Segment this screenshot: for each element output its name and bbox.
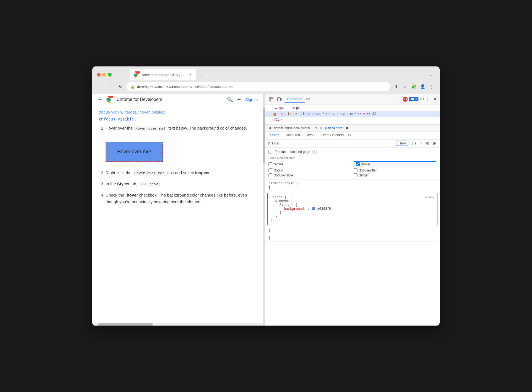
dom-expand-icon[interactable]: ▶ [275, 106, 277, 111]
hover-code-2: Hover over me! [133, 171, 166, 176]
bookmark-button[interactable]: ☆ [401, 83, 409, 90]
scroll-indicator [263, 108, 265, 163]
state-active: :active [268, 161, 351, 167]
emulate-focused-page-label: Emulate a focused page [275, 150, 310, 154]
dom-end-tag: </p> [357, 112, 365, 117]
hov-badge[interactable]: :hov [396, 141, 408, 146]
cls-button[interactable]: .cls [410, 141, 418, 146]
focus-visible-code: focus-visible [104, 117, 134, 122]
tab-elements[interactable]: Elements [284, 96, 305, 103]
breadcrumb-bar: ◀ devsite-article-body.clearfix. ol li p… [265, 125, 440, 131]
extra-close-2: } [265, 234, 440, 242]
device-toolbar-button[interactable] [276, 96, 283, 103]
close-brace-2: } [268, 236, 270, 240]
tab-computed[interactable]: Computed [282, 131, 303, 139]
list-item: Right-click the Hover over me! text and … [106, 170, 257, 176]
site-header: ☰ Chrome for Developers 🔍 ☀ Sign in [92, 94, 263, 105]
close-hover: } [271, 211, 281, 215]
active-tab[interactable]: View and change CSS | Chr… ✕ [130, 69, 196, 80]
list-item: In the Styles tab, click :hov. [106, 181, 257, 187]
close-window-button[interactable] [97, 73, 101, 77]
target-label: :target [359, 173, 369, 177]
active-checkbox[interactable] [268, 162, 272, 166]
hover-demo-box[interactable]: Hover over me! [106, 142, 163, 162]
forward-button[interactable]: → [107, 83, 114, 90]
svg-rect-2 [269, 97, 273, 101]
dom-li-close: </li> [272, 117, 282, 123]
breadcrumb-item-0[interactable]: devsite-article-body.clearfix. [273, 126, 313, 130]
tab-dropdown-button[interactable]: ⌄ [428, 71, 435, 79]
close-aloha-hover: } [271, 215, 277, 219]
hover-checkbox[interactable] [356, 162, 360, 166]
dom-attr-value: "aloha hover" [299, 112, 324, 117]
styles-more-tabs[interactable]: >> [346, 131, 353, 139]
dom-ellipsis: ··· [285, 106, 291, 111]
devtools-toolbar: Elements >> ✕ 1 💬 3 ⚙ ⋮ ✕ [265, 94, 440, 104]
tab-close-button[interactable]: ✕ [188, 72, 193, 77]
tab-event-listeners[interactable]: Event Listeners [318, 131, 346, 139]
active-label: :active [274, 162, 284, 166]
tab-layout[interactable]: Layout [303, 131, 318, 139]
breadcrumb-item-2[interactable]: li [319, 126, 323, 130]
aloha-selector: .aloha { [271, 195, 287, 199]
inspector-icon-button[interactable] [268, 96, 275, 103]
extensions-button[interactable]: 🧩 [410, 83, 418, 90]
back-button[interactable]: ← [97, 83, 104, 90]
sign-in-button[interactable]: Sign in [245, 97, 258, 102]
hamburger-icon[interactable]: ☰ [98, 96, 102, 103]
maximize-window-button[interactable] [108, 73, 112, 77]
download-button[interactable]: ⬇ [392, 83, 400, 90]
dom-close-tag: </p> [292, 106, 300, 111]
property-colon: : [304, 207, 308, 211]
period: . [134, 117, 136, 121]
sidebar-button[interactable]: ▣ [432, 141, 437, 146]
dom-equals: == $0 [366, 112, 376, 117]
warning-badge[interactable]: 💬 3 [409, 97, 418, 101]
panel-divider [263, 94, 265, 326]
style-source[interactable]: <style> [424, 195, 434, 199]
breadcrumb-item-1[interactable]: ol [314, 126, 318, 130]
breadcrumb-item-3[interactable]: p.aloha.hover [324, 126, 345, 130]
focus-checkbox[interactable] [268, 168, 272, 172]
theme-toggle-button[interactable]: ☀ [237, 96, 241, 103]
devtools-panel: Elements >> ✕ 1 💬 3 ⚙ ⋮ ✕ ▶ [265, 94, 440, 326]
chrome-menu-button[interactable]: ⋮ [428, 83, 435, 90]
focus-visible-checkbox[interactable] [268, 173, 272, 177]
help-icon[interactable]: ? [312, 150, 317, 154]
account-button[interactable]: 👤 [419, 83, 426, 90]
dom-row[interactable]: ▶ <p> ··· </p> [265, 106, 440, 111]
url-domain: developer.chrome.com [137, 84, 176, 89]
target-checkbox[interactable] [354, 173, 358, 177]
bottom-scrollbar[interactable] [92, 323, 263, 326]
styles-content: Emulate a focused page ? Force element s… [265, 147, 440, 326]
expand-triangle[interactable]: ▶ [308, 208, 309, 211]
devtools-settings-button[interactable]: ⚙ [420, 96, 424, 102]
devtools-more-button[interactable]: ⋮ [426, 96, 430, 102]
faded-links-text: :focus-within, :target, :hover, :visited… [99, 110, 257, 114]
state-focus-within: :focus-within [354, 168, 437, 172]
new-tab-button[interactable]: + [197, 71, 205, 79]
breadcrumb-right-arrow[interactable]: ▶ [345, 126, 350, 130]
filter-input[interactable] [272, 141, 394, 145]
focus-within-checkbox[interactable] [354, 168, 358, 172]
address-field[interactable]: 🔒 developer.chrome.com/docs/devtools/css… [127, 82, 390, 91]
dom-row-li[interactable]: </li> [265, 117, 440, 123]
reload-button[interactable]: ↻ [117, 83, 124, 90]
add-rule-button[interactable]: + [419, 141, 423, 146]
site-search-button[interactable]: 🔍 [227, 96, 233, 103]
error-badge[interactable]: ✕ 1 [403, 97, 408, 102]
more-tabs-button[interactable]: >> [305, 96, 311, 103]
close-aloha: } [271, 219, 273, 222]
layout-editor-button[interactable]: ⊞ [425, 141, 430, 146]
emulate-focused-page-checkbox[interactable] [268, 150, 272, 154]
breadcrumb-left-arrow[interactable]: ◀ [267, 126, 272, 130]
color-swatch[interactable] [312, 207, 315, 210]
security-icon: 🔒 [130, 85, 135, 89]
state-target: :target [354, 173, 437, 177]
steps-list: Hover over the Hover over me! text below… [99, 125, 257, 205]
minimize-window-button[interactable] [102, 73, 106, 77]
dom-row-selected[interactable]: <p class="aloha hover"> Hover over me! <… [265, 111, 440, 117]
list-item: Check the :hover checkbox. The backgroun… [106, 192, 257, 205]
tab-styles[interactable]: Styles [267, 131, 282, 139]
devtools-close-button[interactable]: ✕ [433, 96, 437, 102]
